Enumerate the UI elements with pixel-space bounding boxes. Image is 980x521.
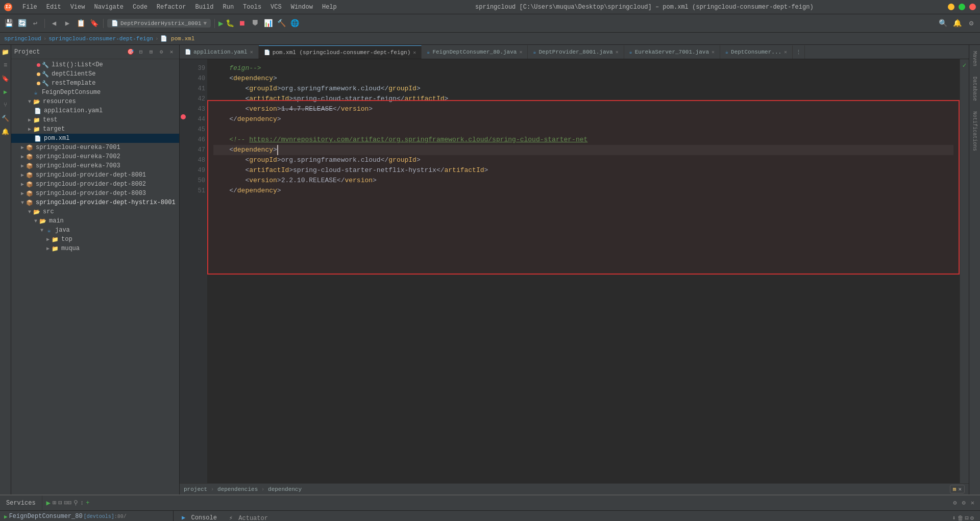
search-button[interactable]: 🔍: [937, 18, 948, 29]
coverage-button[interactable]: ⛊: [250, 18, 261, 29]
profiler-button[interactable]: 📊: [263, 18, 274, 29]
expand-services-button[interactable]: ⊞: [53, 499, 56, 507]
tree-item-provider-8003[interactable]: ▶ 📦 springcloud-provider-dept-8003: [11, 189, 179, 198]
run-button[interactable]: ▶: [218, 18, 224, 29]
tab-close-deptprovider[interactable]: ✕: [616, 49, 619, 55]
actuator-tab[interactable]: ⚡ Actuator: [223, 512, 274, 521]
menu-tools[interactable]: Tools: [239, 3, 265, 12]
git-icon[interactable]: ⑂: [1, 100, 11, 110]
recent-files-button[interactable]: 📋: [75, 18, 86, 29]
tree-item-java[interactable]: ▼ ☕ java: [11, 226, 179, 235]
notifications-side-icon[interactable]: 🔔: [1, 127, 11, 137]
tree-item-feigndeptconsume[interactable]: ☕ FeignDeptConsume: [11, 88, 179, 97]
play-all-button[interactable]: ▶: [46, 499, 51, 507]
menu-vcs[interactable]: VCS: [266, 3, 286, 12]
notifications-panel-icon[interactable]: Notifications: [972, 107, 977, 155]
tab-feign-consumer[interactable]: ☕ FeignDeptConsumer_80.java ✕: [422, 45, 528, 59]
tree-item-eureka-7001[interactable]: ▶ 📦 springcloud-eureka-7001: [11, 143, 179, 152]
sidebar-settings-button[interactable]: ⚙: [157, 47, 166, 57]
group-button[interactable]: ⊟⊟: [64, 499, 71, 507]
tree-item-application-yaml[interactable]: 📄 application.yaml: [11, 106, 179, 115]
settings-button[interactable]: ⚙: [966, 18, 977, 29]
tab-overflow-button[interactable]: ⋮: [793, 45, 805, 59]
expand-all-button[interactable]: ⊞: [146, 47, 156, 57]
save-button[interactable]: 💾: [3, 18, 14, 29]
breakpoint-marker-43[interactable]: [181, 114, 186, 119]
build-icon-side[interactable]: 🔨: [1, 113, 11, 123]
revert-button[interactable]: ↩: [30, 18, 41, 29]
debug-button[interactable]: 🐛: [226, 19, 234, 28]
tree-item-more[interactable]: ▶ 📁 muqua: [11, 244, 179, 253]
tab-eureka[interactable]: ☕ EurekaServer_7001.java ✕: [624, 45, 720, 59]
menu-edit[interactable]: Edit: [42, 3, 65, 12]
breadcrumb-project[interactable]: project: [184, 486, 207, 492]
locate-file-button[interactable]: 🎯: [126, 47, 135, 57]
tree-item-resttemplate[interactable]: 🔧 restTemplate: [11, 79, 179, 88]
tab-dept-provider[interactable]: ☕ DeptProvider_8001.java ✕: [528, 45, 624, 59]
tree-item-main[interactable]: ▼ 📂 main: [11, 216, 179, 226]
clear-console-button[interactable]: 🗑: [958, 514, 964, 521]
add-service-button[interactable]: +: [86, 500, 89, 507]
close-sidebar-button[interactable]: ✕: [167, 47, 176, 57]
menu-help[interactable]: Help: [318, 3, 341, 12]
code-editor[interactable]: feign--> <dependency> <groupId>org.sprin…: [207, 59, 960, 483]
maven-panel-icon[interactable]: Maven: [972, 47, 977, 70]
tree-item-eureka-7003[interactable]: ▶ 📦 springcloud-eureka-7003: [11, 161, 179, 170]
console-tab[interactable]: ▶ Console: [176, 512, 223, 521]
structure-icon[interactable]: ≡: [1, 60, 11, 70]
database-panel-icon[interactable]: Database: [972, 72, 977, 105]
configure-panel-button[interactable]: ⚙: [961, 498, 967, 508]
breadcrumb-dependency[interactable]: dependency: [268, 486, 302, 492]
menu-code[interactable]: Code: [129, 3, 152, 12]
forward-button[interactable]: ▶: [62, 18, 73, 29]
tab-deptconsumer[interactable]: ☕ DeptConsumer... ✕: [720, 45, 793, 59]
tab-application-yaml[interactable]: 📄 application.yaml ✕: [180, 45, 259, 59]
tree-item-top[interactable]: ▶ 📁 top: [11, 235, 179, 244]
close-maven[interactable]: ✕: [958, 486, 962, 492]
tree-item-provider-8002[interactable]: ▶ 📦 springcloud-provider-dept-8002: [11, 180, 179, 189]
menu-view[interactable]: View: [66, 3, 89, 12]
collapse-services-button[interactable]: ⊟: [58, 499, 62, 507]
bookmark-button[interactable]: 🔖: [88, 18, 100, 29]
tab-close-deptconsumer[interactable]: ✕: [784, 49, 787, 55]
close-panel-button[interactable]: ✕: [969, 498, 976, 508]
project-icon[interactable]: 📁: [1, 47, 11, 57]
tree-item-deptclientse[interactable]: 🔧 deptClientSe: [11, 69, 179, 79]
menu-file[interactable]: File: [18, 3, 41, 12]
translate-button[interactable]: 🌐: [289, 18, 301, 29]
run-configuration[interactable]: 📄 DeptProviderHystrix_8001 ▼: [107, 19, 211, 28]
sort-button[interactable]: ↕: [80, 500, 84, 507]
breadcrumb-part-1[interactable]: springcloud: [4, 36, 41, 42]
back-button[interactable]: ◀: [48, 18, 60, 29]
filter-button[interactable]: ⚲: [74, 499, 78, 507]
tab-pom-xml[interactable]: 📄 pom.xml (springcloud-consumer-dept-fei…: [259, 45, 422, 59]
breadcrumb-part-2[interactable]: springcloud-consumer-dept-feign: [48, 36, 153, 42]
tab-close-yaml[interactable]: ✕: [250, 49, 253, 55]
menu-refactor[interactable]: Refactor: [153, 3, 190, 12]
check-icon[interactable]: ✓: [963, 61, 967, 69]
stop-button[interactable]: ⏹: [236, 18, 248, 29]
tree-item-pom-xml[interactable]: 📄 pom.xml: [11, 134, 179, 143]
tab-close-feign[interactable]: ✕: [519, 49, 522, 55]
fold-console-button[interactable]: ⊟: [965, 514, 969, 521]
tree-item-test[interactable]: ▶ 📁 test: [11, 115, 179, 125]
tree-item-resources[interactable]: ▼ 📂 resources: [11, 97, 179, 106]
run-icon[interactable]: ▶: [1, 87, 11, 97]
breadcrumb-dependencies[interactable]: dependencies: [217, 486, 258, 492]
menu-build[interactable]: Build: [191, 3, 217, 12]
settings-panel-button[interactable]: ⚙: [951, 498, 958, 508]
menu-run[interactable]: Run: [218, 3, 238, 12]
tree-item-src[interactable]: ▼ 📂 src: [11, 207, 179, 216]
notifications-button[interactable]: 🔔: [951, 18, 963, 29]
tab-close-eureka[interactable]: ✕: [712, 49, 715, 55]
tab-close-pom[interactable]: ✕: [413, 49, 416, 56]
maximize-button[interactable]: [959, 4, 965, 10]
menu-navigate[interactable]: Navigate: [90, 3, 128, 12]
close-button[interactable]: [969, 4, 976, 10]
breadcrumb-part-3[interactable]: 📄 pom.xml: [160, 35, 194, 42]
sync-button[interactable]: 🔄: [16, 18, 28, 29]
bookmarks-icon[interactable]: 🔖: [1, 73, 11, 84]
tree-item-target[interactable]: ▶ 📁 target: [11, 125, 179, 134]
build-button[interactable]: 🔨: [276, 18, 287, 29]
tree-item-hystrix-8001[interactable]: ▼ 📦 springcloud-provider-dept-hystrix-80…: [11, 198, 179, 207]
